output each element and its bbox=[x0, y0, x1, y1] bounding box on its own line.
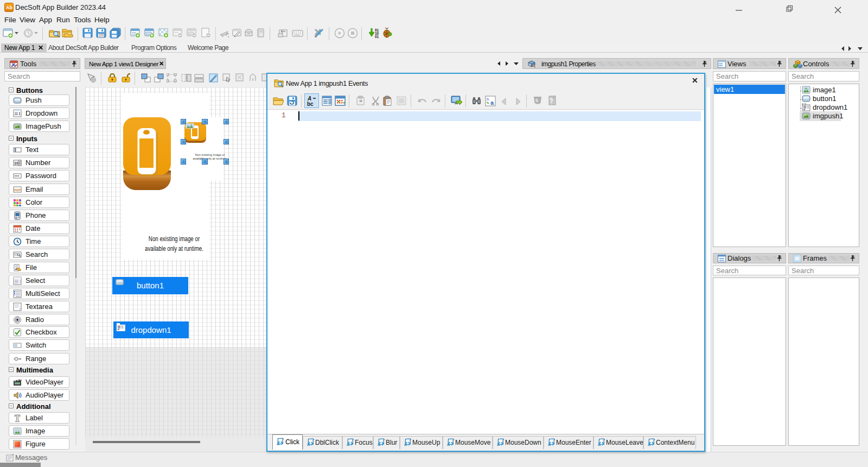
svg-text:POP: POP bbox=[14, 188, 21, 192]
svg-text:b: b bbox=[487, 97, 489, 102]
svg-text:5: 5 bbox=[535, 98, 538, 103]
svg-text:bc: bc bbox=[307, 101, 314, 107]
svg-text:10: 10 bbox=[14, 161, 18, 165]
svg-text:01: 01 bbox=[375, 35, 379, 39]
svg-text:a: a bbox=[490, 99, 494, 106]
